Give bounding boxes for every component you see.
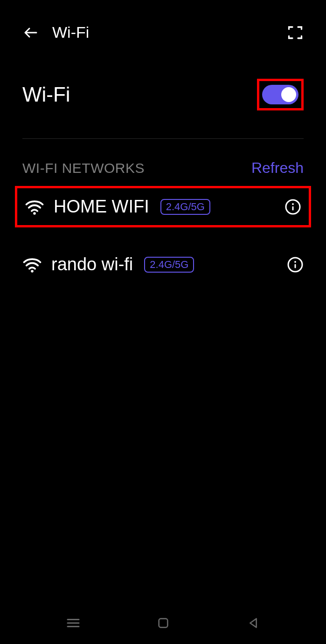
svg-rect-3 xyxy=(292,206,294,210)
network-name: HOME WIFI xyxy=(54,197,149,217)
wifi-signal-icon xyxy=(25,197,44,217)
nav-home-button[interactable] xyxy=(154,614,173,632)
menu-icon xyxy=(65,615,82,631)
scan-icon xyxy=(287,24,304,41)
info-icon xyxy=(287,256,304,273)
network-info-button[interactable] xyxy=(284,199,301,215)
wifi-signal-icon xyxy=(22,255,42,274)
square-icon xyxy=(156,616,171,630)
network-item-rando-wifi[interactable]: rando wi-fi 2.4G/5G xyxy=(15,246,311,283)
page-title: Wi-Fi xyxy=(52,23,89,41)
back-button[interactable] xyxy=(22,24,39,41)
toggle-highlight-box xyxy=(257,79,304,110)
network-info-button[interactable] xyxy=(287,256,304,273)
svg-point-0 xyxy=(33,212,36,215)
triangle-back-icon xyxy=(246,616,261,630)
band-badge: 2.4G/5G xyxy=(160,199,210,215)
header-left: Wi-Fi xyxy=(22,23,89,41)
scan-button[interactable] xyxy=(287,24,304,41)
nav-menu-button[interactable] xyxy=(64,614,83,632)
svg-rect-11 xyxy=(159,619,167,628)
wifi-toggle[interactable] xyxy=(262,85,298,104)
svg-rect-7 xyxy=(295,264,296,268)
navigation-bar xyxy=(0,602,326,644)
arrow-left-icon xyxy=(22,24,39,41)
band-badge: 2.4G/5G xyxy=(144,257,194,273)
wifi-toggle-row: Wi-Fi xyxy=(0,51,326,129)
info-icon xyxy=(284,199,301,215)
svg-point-6 xyxy=(294,261,296,263)
app-header: Wi-Fi xyxy=(0,0,326,51)
network-name: rando wi-fi xyxy=(51,254,133,274)
spacer xyxy=(0,227,326,246)
network-item-home-wifi[interactable]: HOME WIFI 2.4G/5G xyxy=(15,186,311,227)
toggle-knob xyxy=(281,87,296,102)
networks-header-label: WI-FI NETWORKS xyxy=(22,160,145,176)
networks-section-header: WI-FI NETWORKS Refresh xyxy=(0,139,326,186)
refresh-button[interactable]: Refresh xyxy=(251,159,304,177)
svg-point-2 xyxy=(292,203,294,205)
nav-back-button[interactable] xyxy=(244,614,263,632)
svg-point-4 xyxy=(31,270,34,273)
wifi-toggle-label: Wi-Fi xyxy=(22,83,70,106)
